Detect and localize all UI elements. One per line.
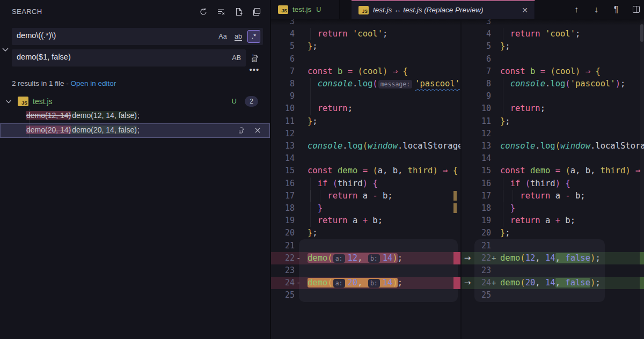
previous-change-icon[interactable]: ↑: [570, 4, 582, 16]
go-to-change-arrow-icon[interactable]: →: [462, 277, 473, 289]
code-line[interactable]: 14: [462, 152, 644, 165]
diff-pane-original[interactable]: 34 return 'cool';5};67const b = (cool) ⇒…: [271, 19, 460, 339]
go-to-change-arrow-icon[interactable]: →: [462, 252, 473, 264]
whole-word-toggle[interactable]: ab: [232, 30, 245, 43]
code-line[interactable]: 10 return;: [462, 102, 644, 115]
code-line[interactable]: 9: [462, 90, 644, 102]
result-file-row[interactable]: JS test.js U 2: [0, 94, 270, 109]
sidebar-title: SEARCH: [12, 8, 42, 16]
dismiss-icon[interactable]: [253, 126, 262, 135]
code-line[interactable]: 8 console.log('pascool');: [462, 78, 644, 90]
code-line[interactable]: 18 }: [462, 202, 644, 215]
tab-label: test.js: [292, 5, 311, 13]
split-editor-icon[interactable]: [630, 4, 642, 16]
regex-toggle[interactable]: .*: [247, 30, 260, 43]
tab-bar: JS test.js U JS test.js ↔ test.js (Repla…: [271, 0, 644, 19]
code-line[interactable]: 22-demo(a:12, b:14);: [271, 252, 460, 264]
code-line[interactable]: 17 return a - b;: [271, 190, 460, 202]
code-line[interactable]: 7const b = (cool) ⇒ {: [462, 65, 644, 78]
tab-test-js[interactable]: JS test.js U: [271, 0, 340, 19]
code-line[interactable]: 8 console.log(message:'pascool');: [271, 78, 460, 90]
code-line[interactable]: 11};: [271, 115, 460, 128]
code-line[interactable]: 25: [462, 289, 644, 301]
code-line[interactable]: 16 if (third) {: [462, 178, 644, 190]
code-line[interactable]: 4 return 'cool';: [462, 28, 644, 40]
code-line[interactable]: 19 return a + b;: [271, 215, 460, 227]
code-line[interactable]: 9: [271, 90, 460, 102]
ruler-mark: [453, 203, 457, 213]
code-line[interactable]: 6: [271, 53, 460, 65]
line-number: 3: [271, 19, 295, 28]
code-line[interactable]: 12: [462, 128, 644, 140]
line-number: 3: [462, 19, 491, 28]
inlay-hint: a:: [333, 279, 345, 288]
toggle-replace-button[interactable]: [1, 43, 10, 56]
code-line[interactable]: 10 return;: [271, 102, 460, 115]
replace-input[interactable]: demo($1, false) AB: [12, 49, 246, 67]
code-line[interactable]: 15const demo = (a, b, third) ⇒ {: [462, 165, 644, 177]
code-line[interactable]: 5};: [271, 40, 460, 53]
current-match-highlight: demo(a:20, b:14): [308, 278, 398, 288]
close-icon[interactable]: ✕: [522, 6, 528, 14]
open-new-search-editor-icon[interactable]: [233, 6, 245, 18]
line-number: 12: [271, 128, 295, 140]
tree-indent-guide: [29, 109, 30, 138]
code-line[interactable]: 5};: [462, 40, 644, 53]
code-line[interactable]: 18 }: [271, 202, 460, 215]
svg-text:c: c: [240, 130, 241, 133]
search-result-row[interactable]: demo(12, 14)demo(12, 14, false);: [0, 109, 270, 123]
line-number: 17: [462, 190, 491, 202]
code-line[interactable]: 6: [462, 53, 644, 65]
search-input[interactable]: demo\((.*)\) Aa ab .*: [12, 28, 263, 45]
toggle-whitespace-icon[interactable]: ¶: [610, 4, 622, 16]
code-line[interactable]: 14: [271, 152, 460, 165]
code-line[interactable]: 17 return a - b;: [462, 190, 644, 202]
tab-replace-preview[interactable]: JS test.js ↔ test.js (Replace Preview) ✕: [352, 0, 535, 19]
code-line[interactable]: 23: [271, 264, 460, 277]
code-line[interactable]: 21: [271, 240, 460, 252]
code-line[interactable]: 11};: [462, 115, 644, 128]
overview-ruler[interactable]: [453, 19, 460, 339]
code-line[interactable]: 3: [462, 19, 644, 28]
search-result-row[interactable]: demo(20, 14)demo(20, 14, false);c: [0, 123, 270, 138]
scrollbar-slider[interactable]: [640, 24, 643, 42]
chevron-down-icon[interactable]: [5, 97, 12, 107]
code-line[interactable]: 15const demo = (a, b, third) ⇒ {: [271, 165, 460, 177]
toggle-search-details-button[interactable]: •••: [246, 65, 263, 76]
preserve-case-toggle[interactable]: AB: [230, 51, 243, 64]
code-line[interactable]: 24-demo(a:20, b:14);: [271, 277, 460, 289]
code-line[interactable]: 16 if (third) {: [271, 178, 460, 190]
match-case-toggle[interactable]: Aa: [216, 30, 229, 43]
overview-ruler[interactable]: [640, 19, 644, 339]
open-in-editor-link[interactable]: Open in editor: [71, 79, 116, 87]
code-line[interactable]: 22+demo(12, 14, false);: [462, 252, 644, 264]
char-diff-highlight: demo(a:12, b:14): [308, 253, 398, 263]
ruler-mark: [453, 191, 457, 201]
code-line[interactable]: 3: [271, 19, 460, 28]
code-line[interactable]: 12: [271, 128, 460, 140]
code-line[interactable]: 23: [462, 264, 644, 277]
code-line[interactable]: 4 return 'cool';: [271, 28, 460, 40]
result-file-name: test.js: [33, 97, 53, 106]
clear-search-results-icon[interactable]: [215, 6, 227, 18]
replace-all-button[interactable]: ac b: [247, 51, 264, 65]
code-line[interactable]: 20};: [462, 227, 644, 239]
line-number: 16: [462, 178, 491, 190]
code-line[interactable]: 13console.log(window.localStorage: [462, 140, 644, 152]
code-line[interactable]: 24+demo(20, 14, false);: [462, 277, 644, 289]
code-line[interactable]: 7const b = (cool) ⇒ {: [271, 65, 460, 78]
line-number: 15: [462, 165, 491, 177]
code-line[interactable]: 20};: [271, 227, 460, 239]
svg-text:b: b: [253, 53, 254, 56]
code-line[interactable]: 19 return a + b;: [462, 215, 644, 227]
next-change-icon[interactable]: ↓: [590, 4, 602, 16]
line-number: 7: [462, 65, 491, 78]
code-line[interactable]: 25: [271, 289, 460, 301]
code-line[interactable]: 13console.log(window.localStorage: [271, 140, 460, 152]
collapse-all-icon[interactable]: [251, 6, 262, 18]
code-line[interactable]: 21: [462, 240, 644, 252]
javascript-file-icon: JS: [278, 5, 288, 14]
refresh-icon[interactable]: [197, 6, 209, 18]
diff-pane-modified[interactable]: 34 return 'cool';5};67const b = (cool) ⇒…: [462, 19, 644, 339]
replace-match-icon[interactable]: c: [237, 126, 246, 135]
